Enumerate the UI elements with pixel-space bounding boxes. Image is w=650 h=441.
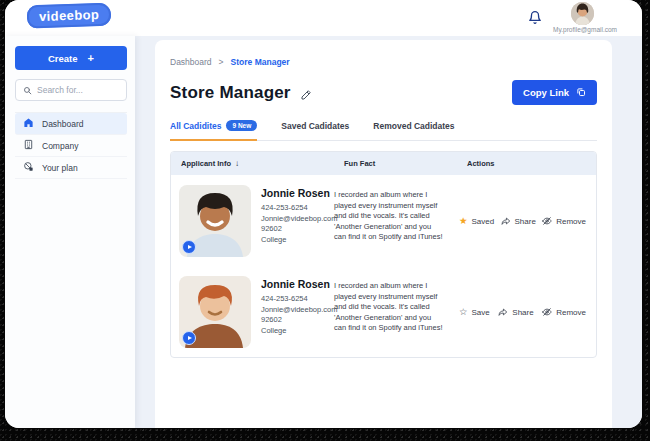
table-row: Jonnie Rosen 424-253-6254 Jonnie@videebo… xyxy=(171,175,596,266)
home-icon xyxy=(23,117,34,130)
applicant-photo xyxy=(179,185,251,257)
fun-fact-text: I recorded an album where I played every… xyxy=(334,185,457,257)
applicant-education: College xyxy=(261,326,337,337)
applicant-name: Jonnie Rosen xyxy=(261,278,337,290)
new-count-badge: 9 New xyxy=(226,120,257,131)
saved-button[interactable]: ★ Saved xyxy=(459,216,494,226)
applicant-photo xyxy=(179,276,251,348)
table-header: Applicant Info ↓ Fun Fact Actions xyxy=(171,152,596,175)
share-action-label: Share xyxy=(512,308,533,317)
breadcrumb-current: Store Manager xyxy=(231,57,290,67)
applicant-zip: 92602 xyxy=(261,224,337,235)
star-outline-icon: ☆ xyxy=(459,307,468,317)
tab-saved-candidates[interactable]: Saved Cadidates xyxy=(281,120,349,140)
applicant-name: Jonnie Rosen xyxy=(261,187,337,199)
column-header-actions: Actions xyxy=(457,152,596,175)
main-area: Dashboard > Store Manager Store Manager xyxy=(135,36,642,428)
create-button-label: Create xyxy=(48,53,78,64)
share-button[interactable]: Share xyxy=(501,216,536,226)
copy-link-label: Copy Link xyxy=(523,87,569,98)
save-action-label: Saved xyxy=(472,217,495,226)
fun-fact-text: I recorded an album where I played every… xyxy=(334,276,457,348)
eye-off-icon xyxy=(542,216,552,226)
remove-action-label: Remove xyxy=(556,308,586,317)
share-button[interactable]: Share xyxy=(498,307,533,317)
tab-label: All Cadidites xyxy=(170,121,221,131)
column-header-applicant-info: Applicant Info ↓ xyxy=(171,152,334,175)
tab-label: Removed Cadidates xyxy=(373,121,454,131)
breadcrumb-separator-icon: > xyxy=(219,57,224,67)
plus-icon: + xyxy=(88,52,94,64)
column-header-label: Applicant Info xyxy=(181,159,231,168)
table-row: Jonnie Rosen 424-253-6254 Jonnie@videebo… xyxy=(171,266,596,357)
search-icon xyxy=(23,81,32,99)
applicant-email: Jonnie@videebop.com xyxy=(261,305,337,316)
plan-icon xyxy=(23,161,34,174)
copy-link-button[interactable]: Copy Link xyxy=(512,80,597,105)
star-filled-icon: ★ xyxy=(459,216,468,226)
remove-button[interactable]: Remove xyxy=(542,307,586,317)
app-window: videebop My.profile@gmail.com Create + xyxy=(5,0,642,428)
videebop-logo[interactable]: videebop xyxy=(27,3,112,29)
notifications-bell-icon[interactable] xyxy=(528,10,542,25)
tab-all-candidates[interactable]: All Cadidites 9 New xyxy=(170,120,257,141)
applicant-email: Jonnie@videebop.com xyxy=(261,214,337,225)
create-button[interactable]: Create + xyxy=(15,46,127,70)
sort-down-icon[interactable]: ↓ xyxy=(235,159,239,168)
profile-email: My.profile@gmail.com xyxy=(553,26,617,33)
sidebar-item-label: Your plan xyxy=(42,163,78,173)
building-icon xyxy=(23,139,34,152)
save-action-label: Save xyxy=(472,308,490,317)
sidebar-item-company[interactable]: Company xyxy=(15,135,127,157)
sidebar: Create + Dashboard xyxy=(5,36,135,428)
applicant-education: College xyxy=(261,235,337,246)
eye-off-icon xyxy=(542,307,552,317)
sidebar-menu: Dashboard Company xyxy=(15,112,127,179)
breadcrumb: Dashboard > Store Manager xyxy=(170,57,597,67)
breadcrumb-dashboard[interactable]: Dashboard xyxy=(170,57,212,67)
copy-icon xyxy=(576,87,586,99)
share-icon xyxy=(498,307,508,317)
profile-avatar[interactable] xyxy=(571,2,594,25)
share-icon xyxy=(501,216,511,226)
sidebar-item-label: Company xyxy=(42,141,78,151)
search-input[interactable] xyxy=(37,85,117,95)
column-header-fun-fact: Fun Fact xyxy=(334,152,457,175)
save-button[interactable]: ☆ Save xyxy=(459,307,490,317)
remove-action-label: Remove xyxy=(556,217,586,226)
sidebar-item-your-plan[interactable]: Your plan xyxy=(15,157,127,179)
applicants-table: Applicant Info ↓ Fun Fact Actions xyxy=(170,151,597,358)
topbar: videebop My.profile@gmail.com xyxy=(5,0,642,36)
sidebar-item-dashboard[interactable]: Dashboard xyxy=(15,113,127,135)
column-header-label: Actions xyxy=(467,159,495,168)
edit-title-pencil-icon[interactable] xyxy=(300,87,312,99)
column-header-label: Fun Fact xyxy=(344,159,375,168)
tab-label: Saved Cadidates xyxy=(281,121,349,131)
page-title: Store Manager xyxy=(170,83,291,103)
play-video-icon[interactable] xyxy=(182,240,196,254)
candidate-tabs: All Cadidites 9 New Saved Cadidates Remo… xyxy=(170,120,597,141)
content-card: Dashboard > Store Manager Store Manager xyxy=(155,40,612,428)
tab-removed-candidates[interactable]: Removed Cadidates xyxy=(373,120,454,140)
share-action-label: Share xyxy=(515,217,536,226)
applicant-phone: 424-253-6254 xyxy=(261,203,337,214)
sidebar-item-label: Dashboard xyxy=(42,119,84,129)
applicant-zip: 92602 xyxy=(261,315,337,326)
play-video-icon[interactable] xyxy=(182,331,196,345)
sidebar-search[interactable] xyxy=(15,79,127,101)
remove-button[interactable]: Remove xyxy=(542,216,586,226)
applicant-phone: 424-253-6254 xyxy=(261,294,337,305)
